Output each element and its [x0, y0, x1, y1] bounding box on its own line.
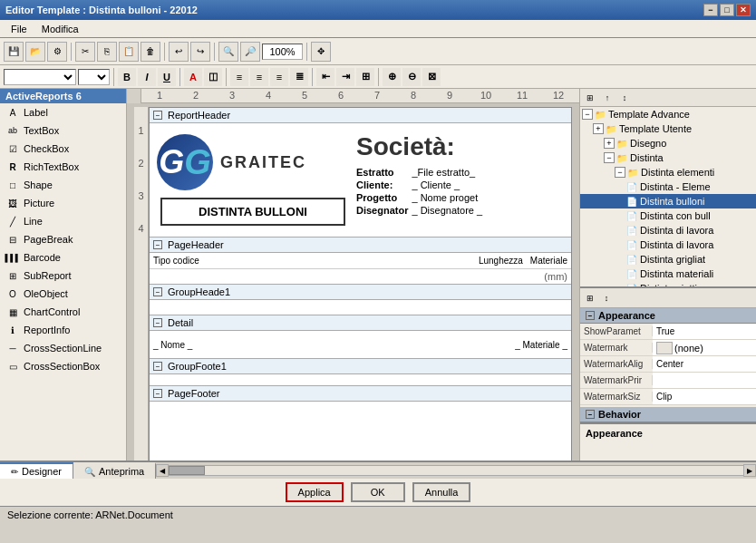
cut-button[interactable]: ✂ — [75, 42, 95, 62]
tab-designer[interactable]: ✏ Designer — [0, 462, 73, 479]
save-button[interactable]: 💾 — [4, 42, 24, 62]
behavior-section-header[interactable]: − Behavior — [580, 407, 756, 422]
paste-button[interactable]: 📋 — [119, 42, 139, 62]
font-family-select[interactable] — [4, 69, 76, 85]
detail-title[interactable]: − Detail — [150, 315, 571, 331]
tree-item-distinta-con-bull[interactable]: 📄 Distinta con bull — [580, 208, 756, 223]
close-button[interactable]: ✕ — [736, 4, 751, 16]
page-header-title[interactable]: − PageHeader — [150, 238, 571, 253]
settings-button[interactable]: ⚙ — [47, 42, 67, 62]
tool-barcode[interactable]: ▌▌▌ Barcode — [0, 248, 126, 267]
menu-file[interactable]: File — [4, 22, 34, 36]
scroll-right-btn[interactable]: ▶ — [743, 464, 756, 477]
tool-checkbox[interactable]: ☑ CheckBox — [0, 140, 126, 158]
tree-item-template-utente[interactable]: + 📁 Template Utente — [580, 121, 756, 136]
tree-item-template-advance[interactable]: − 📁 Template Advance — [580, 107, 756, 121]
expand-icon-4[interactable]: − — [604, 152, 615, 163]
underline-button[interactable]: U — [158, 68, 176, 86]
scroll-track[interactable] — [169, 465, 743, 476]
tree-item-distinta-elementi[interactable]: − 📁 Distinta elementi — [580, 165, 756, 179]
tree-item-distinta-di-lavora-1[interactable]: 📄 Distinta di lavora — [580, 223, 756, 238]
tree-item-distinta-bulloni[interactable]: 📄 Distinta bulloni — [580, 194, 756, 208]
tree-item-disegno[interactable]: + 📁 Disegno — [580, 136, 756, 150]
minimize-button[interactable]: − — [703, 4, 718, 16]
format-button[interactable]: ⊞ — [356, 68, 374, 86]
tree-item-distinta-grigliat[interactable]: 📄 Distinta grigliat — [580, 252, 756, 267]
tree-item-distinta-eleme[interactable]: 📄 Distinta - Eleme — [580, 179, 756, 194]
report-header-title[interactable]: − ReportHeader — [150, 108, 571, 123]
highlight-button[interactable]: ◫ — [204, 68, 222, 86]
prop-value-watermarksiz[interactable]: Clip — [653, 389, 756, 404]
open-button[interactable]: 📂 — [25, 42, 45, 62]
gh-expand-icon[interactable]: − — [153, 287, 162, 296]
bold-button[interactable]: B — [118, 68, 136, 86]
pf-expand-icon[interactable]: − — [153, 389, 162, 398]
scroll-thumb[interactable] — [169, 466, 205, 475]
tool-oleobject[interactable]: O OleObject — [0, 285, 126, 303]
tool-shape[interactable]: □ Shape — [0, 176, 126, 194]
delete-button[interactable]: 🗑 — [141, 42, 160, 62]
italic-button[interactable]: I — [138, 68, 156, 86]
font-size-select[interactable] — [78, 69, 110, 85]
tree-item-distinta-piatti[interactable]: 📄 Distinta piatti — [580, 281, 756, 288]
tree-panel[interactable]: − 📁 Template Advance + 📁 Template Utente… — [580, 107, 756, 288]
prop-value-watermarkalig[interactable]: Center — [653, 356, 756, 372]
align-justify-button[interactable]: ≣ — [290, 68, 308, 86]
zoom-in-button[interactable]: 🔎 — [240, 42, 260, 62]
rh-expand-icon[interactable]: − — [153, 111, 162, 120]
group-header-title[interactable]: − GroupHeade1 — [150, 285, 571, 300]
canvas-area[interactable]: 1 2 3 4 5 6 7 8 9 10 11 12 1 2 3 4 — [127, 89, 579, 461]
menu-modifica[interactable]: Modifica — [34, 22, 86, 36]
appearance-section-header[interactable]: − Appearance — [580, 308, 756, 324]
tree-item-distinta-di-lavora-2[interactable]: 📄 Distinta di lavora — [580, 238, 756, 252]
delete-row-button[interactable]: ⊖ — [402, 68, 421, 86]
align-center-button[interactable]: ≡ — [250, 68, 268, 86]
tab-anteprima[interactable]: 🔍 Anteprima — [73, 462, 156, 479]
tree-btn-1[interactable]: ⊞ — [582, 91, 598, 105]
tool-chartcontrol[interactable]: ▦ ChartControl — [0, 303, 126, 321]
prop-value-watermark[interactable]: (none) — [653, 340, 756, 355]
tool-subreport[interactable]: ⊞ SubReport — [0, 267, 126, 285]
expand-icon[interactable]: − — [582, 109, 593, 120]
tool-crosssectionbox[interactable]: ▭ CrossSectionBox — [0, 357, 126, 375]
undo-button[interactable]: ↩ — [169, 42, 189, 62]
expand-icon-5[interactable]: − — [615, 167, 625, 178]
gf-expand-icon[interactable]: − — [153, 362, 162, 371]
tree-btn-2[interactable]: ↑ — [599, 91, 615, 105]
appearance-expand-icon[interactable]: − — [586, 311, 595, 320]
tool-textbox[interactable]: ab TextBox — [0, 121, 126, 140]
expand-icon-2[interactable]: + — [593, 123, 604, 134]
ok-button[interactable]: OK — [351, 482, 405, 502]
tree-item-distinta-materiali[interactable]: 📄 Distinta materiali — [580, 267, 756, 281]
move-button[interactable]: ✥ — [311, 42, 331, 62]
zoom-input[interactable] — [262, 44, 303, 60]
applica-button[interactable]: Applica — [286, 482, 344, 502]
zoom-out-button[interactable]: 🔍 — [218, 42, 238, 62]
tool-picture[interactable]: 🖼 Picture — [0, 194, 126, 212]
redo-button[interactable]: ↪ — [190, 42, 210, 62]
ph-expand-icon[interactable]: − — [153, 240, 162, 249]
tool-richtextbox[interactable]: R RichTextBox — [0, 158, 126, 176]
copy-button[interactable]: ⎘ — [97, 42, 117, 62]
font-color-button[interactable]: A — [184, 68, 202, 86]
annulla-button[interactable]: Annulla — [412, 482, 471, 502]
props-category-btn[interactable]: ↕ — [598, 291, 615, 305]
tool-line[interactable]: ╱ Line — [0, 212, 126, 230]
tool-label[interactable]: A Label — [0, 103, 126, 121]
props-sort-btn[interactable]: ⊞ — [582, 291, 598, 305]
insert-row-button[interactable]: ⊕ — [383, 68, 401, 86]
page-footer-title[interactable]: − PageFooter — [150, 386, 571, 402]
group-footer-title[interactable]: − GroupFoote1 — [150, 359, 571, 374]
tree-item-distinta[interactable]: − 📁 Distinta — [580, 150, 756, 165]
tool-reportinfo[interactable]: ℹ ReportInfo — [0, 321, 126, 339]
indent-left-button[interactable]: ⇤ — [316, 68, 334, 86]
tree-btn-sort[interactable]: ↕ — [616, 91, 633, 105]
scroll-left-btn[interactable]: ◀ — [156, 464, 169, 477]
prop-value-showparam[interactable]: True — [653, 324, 756, 339]
merge-button[interactable]: ⊠ — [422, 68, 441, 86]
detail-expand-icon[interactable]: − — [153, 318, 162, 327]
prop-value-watermarkprir[interactable] — [653, 373, 756, 388]
tool-pagebreak[interactable]: ⊟ PageBreak — [0, 230, 126, 248]
behavior-expand-icon[interactable]: − — [586, 410, 595, 419]
indent-right-button[interactable]: ⇥ — [336, 68, 354, 86]
